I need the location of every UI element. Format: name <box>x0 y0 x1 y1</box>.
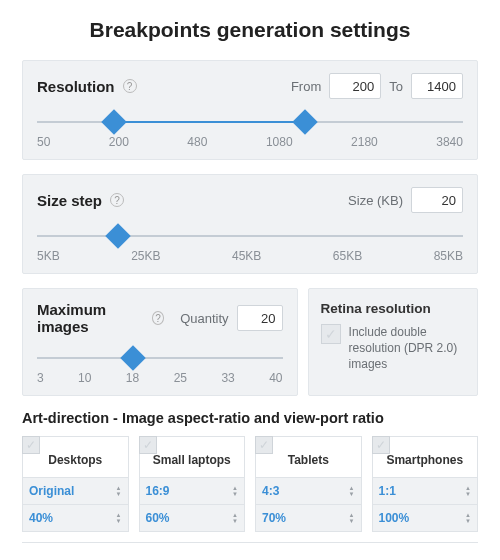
aspect-ratio-value: 1:1 <box>379 484 396 498</box>
stepper-icon: ▲▼ <box>465 485 471 497</box>
viewport-ratio-value: 40% <box>29 511 53 525</box>
page-title: Breakpoints generation settings <box>22 18 478 42</box>
resolution-slider[interactable] <box>37 113 463 131</box>
tick-label: 45KB <box>232 249 261 263</box>
size-label: Size (KB) <box>348 193 403 208</box>
tick-label: 25KB <box>131 249 160 263</box>
check-icon: ✓ <box>376 438 386 452</box>
resolution-from-input[interactable] <box>329 73 381 99</box>
slider-handle[interactable] <box>293 109 318 134</box>
help-icon[interactable]: ? <box>123 79 137 93</box>
help-icon[interactable]: ? <box>110 193 124 207</box>
tick-label: 480 <box>187 135 207 149</box>
tick-label: 40 <box>269 371 282 385</box>
check-icon: ✓ <box>143 438 153 452</box>
stepper-icon: ▲▼ <box>116 485 122 497</box>
tick-label: 50 <box>37 135 50 149</box>
stepper-icon: ▲▼ <box>349 485 355 497</box>
tick-label: 3 <box>37 371 44 385</box>
resolution-ticks: 50200480108021803840 <box>37 135 463 149</box>
card-checkbox[interactable]: ✓ <box>372 436 390 454</box>
device-card: ✓DesktopsOriginal▲▼40%▲▼ <box>22 436 129 532</box>
check-icon: ✓ <box>259 438 269 452</box>
max-images-input[interactable] <box>237 305 283 331</box>
size-step-ticks: 5KB25KB45KB65KB85KB <box>37 249 463 263</box>
aspect-ratio-stepper[interactable]: Original▲▼ <box>23 477 128 504</box>
max-images-label: Maximum images <box>37 301 144 335</box>
resolution-to-input[interactable] <box>411 73 463 99</box>
check-icon: ✓ <box>325 326 337 342</box>
retina-title: Retina resolution <box>321 301 465 316</box>
stepper-icon: ▲▼ <box>349 512 355 524</box>
tick-label: 25 <box>174 371 187 385</box>
tick-label: 10 <box>78 371 91 385</box>
stepper-icon: ▲▼ <box>116 512 122 524</box>
tick-label: 200 <box>109 135 129 149</box>
stepper-icon: ▲▼ <box>232 512 238 524</box>
size-step-label: Size step <box>37 192 102 209</box>
viewport-ratio-value: 100% <box>379 511 410 525</box>
retina-checkbox[interactable]: ✓ <box>321 324 341 344</box>
slider-handle[interactable] <box>120 345 145 370</box>
viewport-ratio-value: 70% <box>262 511 286 525</box>
size-step-slider[interactable] <box>37 227 463 245</box>
divider <box>22 542 478 543</box>
to-label: To <box>389 79 403 94</box>
tick-label: 3840 <box>436 135 463 149</box>
tick-label: 1080 <box>266 135 293 149</box>
viewport-ratio-stepper[interactable]: 100%▲▼ <box>373 504 478 531</box>
art-direction-cards: ✓DesktopsOriginal▲▼40%▲▼✓Small laptops16… <box>22 436 478 532</box>
aspect-ratio-value: 4:3 <box>262 484 279 498</box>
aspect-ratio-value: Original <box>29 484 74 498</box>
viewport-ratio-value: 60% <box>146 511 170 525</box>
viewport-ratio-stepper[interactable]: 60%▲▼ <box>140 504 245 531</box>
device-card: ✓Small laptops16:9▲▼60%▲▼ <box>139 436 246 532</box>
tick-label: 85KB <box>434 249 463 263</box>
check-icon: ✓ <box>26 438 36 452</box>
aspect-ratio-stepper[interactable]: 4:3▲▼ <box>256 477 361 504</box>
tick-label: 33 <box>221 371 234 385</box>
retina-panel: Retina resolution ✓ Include double resol… <box>308 288 478 396</box>
max-images-ticks: 31018253340 <box>37 371 283 385</box>
tick-label: 5KB <box>37 249 60 263</box>
max-images-slider[interactable] <box>37 349 283 367</box>
retina-description: Include double resolution (DPR 2.0) imag… <box>349 324 465 373</box>
viewport-ratio-stepper[interactable]: 40%▲▼ <box>23 504 128 531</box>
max-images-panel: Maximum images ? Quantity 31018253340 <box>22 288 298 396</box>
viewport-ratio-stepper[interactable]: 70%▲▼ <box>256 504 361 531</box>
slider-handle[interactable] <box>105 223 130 248</box>
quantity-label: Quantity <box>180 311 228 326</box>
tick-label: 18 <box>126 371 139 385</box>
device-card: ✓Tablets4:3▲▼70%▲▼ <box>255 436 362 532</box>
stepper-icon: ▲▼ <box>465 512 471 524</box>
tick-label: 2180 <box>351 135 378 149</box>
size-step-input[interactable] <box>411 187 463 213</box>
device-card: ✓Smartphones1:1▲▼100%▲▼ <box>372 436 479 532</box>
size-step-panel: Size step ? Size (KB) 5KB25KB45KB65KB85K… <box>22 174 478 274</box>
resolution-label: Resolution <box>37 78 115 95</box>
tick-label: 65KB <box>333 249 362 263</box>
stepper-icon: ▲▼ <box>232 485 238 497</box>
aspect-ratio-value: 16:9 <box>146 484 170 498</box>
card-checkbox[interactable]: ✓ <box>139 436 157 454</box>
from-label: From <box>291 79 321 94</box>
help-icon[interactable]: ? <box>152 311 164 325</box>
art-direction-title: Art-direction - Image aspect-ratio and v… <box>22 410 478 426</box>
slider-handle[interactable] <box>101 109 126 134</box>
card-checkbox[interactable]: ✓ <box>22 436 40 454</box>
resolution-panel: Resolution ? From To 5020048010802180384… <box>22 60 478 160</box>
aspect-ratio-stepper[interactable]: 16:9▲▼ <box>140 477 245 504</box>
card-checkbox[interactable]: ✓ <box>255 436 273 454</box>
aspect-ratio-stepper[interactable]: 1:1▲▼ <box>373 477 478 504</box>
